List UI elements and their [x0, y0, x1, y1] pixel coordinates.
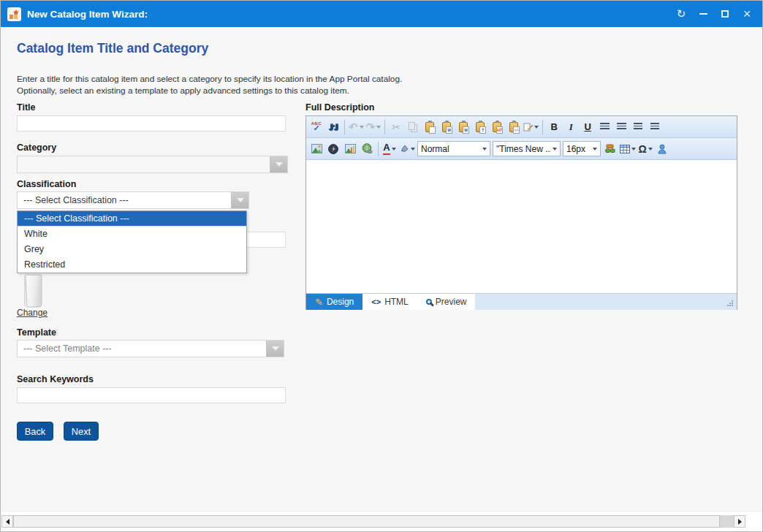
resize-grip[interactable]: [726, 300, 734, 307]
align-right-icon[interactable]: [648, 119, 662, 135]
title-label: Title: [17, 102, 35, 113]
next-button[interactable]: Next: [64, 422, 99, 441]
code-icon: <>: [371, 297, 381, 306]
font-name-value: "Times New ...: [496, 144, 551, 154]
copy-icon[interactable]: [406, 119, 420, 135]
template-value: --- Select Template ---: [23, 343, 112, 354]
classification-options-list: --- Select Classification --- White Grey…: [17, 210, 247, 273]
page-description: Enter a title for this catalog item and …: [17, 73, 402, 96]
category-label: Category: [17, 142, 56, 153]
font-name-dropdown[interactable]: "Times New ...: [493, 141, 561, 156]
chevron-down-icon: [237, 198, 244, 202]
font-size-value: 16px: [566, 144, 585, 154]
template-label: Template: [17, 327, 56, 338]
scroll-left-icon: [6, 519, 10, 525]
italic-icon[interactable]: I: [563, 119, 578, 135]
pencil-icon: ✎: [315, 297, 323, 308]
page-title: Catalog Item Title and Category: [17, 41, 208, 56]
editor-mode-tabs: ✎ Design <> HTML Preview: [306, 293, 737, 310]
paste-html-options-icon[interactable]: <>: [506, 119, 521, 135]
template-dropdown[interactable]: --- Select Template ---: [17, 340, 284, 357]
find-icon[interactable]: [326, 119, 341, 135]
paste-as-html-icon[interactable]: HT: [490, 119, 504, 135]
bold-icon[interactable]: B: [547, 119, 561, 135]
insert-symbol-icon[interactable]: Ω: [638, 141, 653, 157]
category-dropdown-arrow[interactable]: [270, 156, 287, 172]
close-button[interactable]: ×: [736, 1, 758, 27]
format-stripper-icon[interactable]: [523, 119, 539, 135]
cut-icon[interactable]: ✂: [389, 119, 403, 135]
scroll-right-icon: [738, 519, 742, 525]
redo-icon[interactable]: ↷: [366, 119, 382, 135]
insert-media-icon[interactable]: [326, 141, 341, 157]
toolbar-separator: [384, 120, 385, 134]
classification-option[interactable]: Grey: [18, 242, 246, 257]
paste-from-word-icon[interactable]: W: [439, 119, 454, 135]
template-dropdown-arrow[interactable]: [266, 341, 284, 357]
editor-toolbar-row1: ABC✓ ↶ ↷ ✂ W W T HT <> B I U: [306, 116, 737, 138]
undo-icon[interactable]: ↶: [349, 119, 364, 135]
paste-icon[interactable]: [422, 119, 437, 135]
spellcheck-icon[interactable]: ABC✓: [309, 119, 324, 135]
wizard-window: New Catalog Item Wizard: ↻ × Catalog Ite…: [0, 0, 763, 532]
window-title: New Catalog Item Wizard:: [27, 9, 670, 20]
refresh-button[interactable]: ↻: [670, 1, 692, 27]
app-icon: [7, 7, 21, 21]
tab-preview[interactable]: Preview: [417, 294, 476, 310]
title-input[interactable]: [17, 115, 286, 132]
description-line-1: Enter a title for this catalog item and …: [17, 73, 402, 85]
toolbar-separator: [378, 142, 379, 156]
image-map-icon[interactable]: [343, 141, 357, 157]
hyperlink-manager-icon[interactable]: [360, 141, 374, 157]
insert-user-icon[interactable]: [655, 141, 669, 157]
tab-html[interactable]: <> HTML: [362, 294, 417, 310]
paragraph-style-value: Normal: [421, 144, 449, 154]
classification-option-selected[interactable]: --- Select Classification ---: [18, 211, 246, 227]
maximize-button[interactable]: [714, 1, 736, 27]
toolbar-separator: [542, 120, 543, 134]
scrollbar-thumb[interactable]: [13, 515, 720, 528]
paste-from-word-cleanup-icon[interactable]: W: [456, 119, 471, 135]
horizontal-scrollbar[interactable]: [1, 515, 745, 528]
classification-label: Classification: [17, 179, 76, 189]
minimize-icon: [699, 13, 707, 15]
scroll-right-button[interactable]: [734, 515, 745, 528]
tab-design[interactable]: ✎ Design: [306, 294, 362, 310]
classification-value: --- Select Classification ---: [23, 195, 129, 205]
background-color-icon[interactable]: [399, 141, 415, 157]
font-size-dropdown[interactable]: 16px: [563, 141, 601, 156]
maximize-icon: [721, 10, 729, 18]
category-dropdown[interactable]: [17, 156, 288, 173]
insert-snippet-icon[interactable]: [603, 141, 618, 157]
underline-icon[interactable]: U: [580, 119, 595, 135]
paste-plain-text-icon[interactable]: T: [473, 119, 487, 135]
toolbar-separator: [344, 120, 345, 134]
classification-dropdown-arrow[interactable]: [231, 192, 248, 208]
catalog-item-image: [21, 274, 46, 308]
editor-toolbar-row2: A Normal "Times New ... 16px Ω: [306, 138, 737, 160]
description-line-2: Optionally, select an existing a templat…: [17, 85, 402, 96]
classification-option[interactable]: Restricted: [18, 257, 246, 273]
font-color-icon[interactable]: A: [382, 141, 397, 157]
scroll-left-button[interactable]: [1, 515, 13, 528]
titlebar: New Catalog Item Wizard: ↻ ×: [1, 1, 762, 27]
chevron-down-icon: [276, 162, 283, 167]
magnifier-icon: [426, 299, 432, 305]
align-center-icon[interactable]: [597, 119, 612, 135]
align-justify-icon[interactable]: [614, 119, 629, 135]
paragraph-style-dropdown[interactable]: Normal: [417, 141, 490, 156]
bottom-strip: [1, 512, 762, 531]
align-left-icon[interactable]: [631, 119, 645, 135]
classification-dropdown[interactable]: --- Select Classification ---: [17, 191, 249, 209]
insert-table-icon[interactable]: [620, 141, 636, 157]
insert-image-icon[interactable]: [309, 141, 324, 157]
full-description-label: Full Description: [305, 102, 374, 113]
minimize-button[interactable]: [692, 1, 714, 27]
search-keywords-label: Search Keywords: [17, 374, 94, 384]
change-image-link[interactable]: Change: [17, 308, 48, 318]
back-button[interactable]: Back: [17, 422, 53, 441]
classification-option[interactable]: White: [18, 227, 246, 242]
chevron-down-icon: [272, 346, 279, 351]
search-keywords-input[interactable]: [17, 387, 286, 403]
editor-content-area[interactable]: [306, 160, 737, 293]
